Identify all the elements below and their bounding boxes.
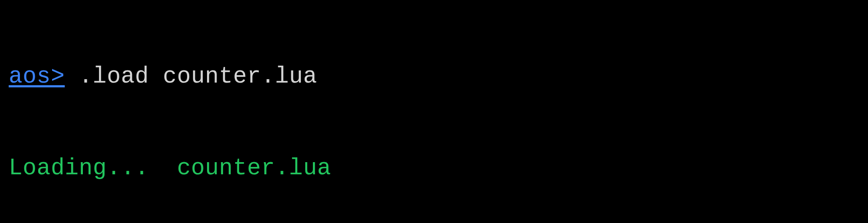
terminal-output[interactable]: aos> .load counter.lua Loading... counte…	[9, 0, 859, 223]
command-line: aos> .load counter.lua	[9, 61, 859, 92]
command-text: .load counter.lua	[65, 63, 317, 90]
loading-line: Loading... counter.lua	[9, 153, 859, 183]
loading-status: Loading... counter.lua	[9, 155, 331, 181]
shell-prompt: aos>	[9, 63, 65, 90]
